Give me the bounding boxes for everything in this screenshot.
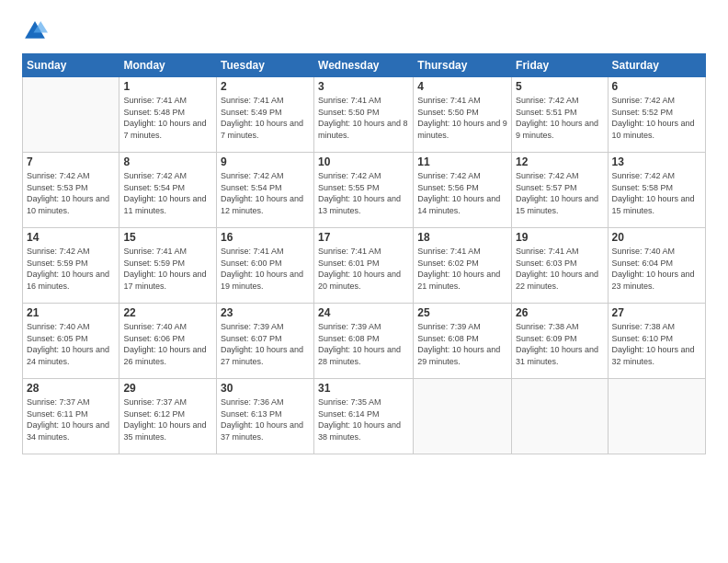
day-info: Sunrise: 7:37 AMSunset: 6:11 PMDaylight:… [27, 396, 115, 442]
day-info: Sunrise: 7:40 AMSunset: 6:06 PMDaylight:… [123, 321, 212, 367]
day-cell [512, 379, 608, 454]
day-cell: 23Sunrise: 7:39 AMSunset: 6:07 PMDayligh… [217, 304, 314, 379]
day-cell: 17Sunrise: 7:41 AMSunset: 6:01 PMDayligh… [314, 228, 414, 304]
day-cell: 15Sunrise: 7:41 AMSunset: 5:59 PMDayligh… [119, 228, 217, 304]
day-cell: 19Sunrise: 7:41 AMSunset: 6:03 PMDayligh… [512, 228, 608, 304]
day-number: 29 [123, 382, 212, 395]
day-number: 12 [516, 155, 603, 168]
day-number: 11 [417, 155, 507, 168]
day-number: 30 [221, 382, 310, 395]
day-number: 21 [27, 306, 115, 319]
day-info: Sunrise: 7:35 AMSunset: 6:14 PMDaylight:… [318, 396, 409, 442]
day-number: 17 [318, 231, 409, 244]
day-info: Sunrise: 7:42 AMSunset: 5:56 PMDaylight:… [417, 170, 507, 216]
day-cell: 6Sunrise: 7:42 AMSunset: 5:52 PMDaylight… [608, 77, 705, 153]
day-info: Sunrise: 7:41 AMSunset: 6:02 PMDaylight:… [417, 246, 507, 292]
day-number: 26 [516, 306, 603, 319]
week-row-3: 21Sunrise: 7:40 AMSunset: 6:05 PMDayligh… [23, 304, 706, 379]
day-info: Sunrise: 7:38 AMSunset: 6:10 PMDaylight:… [612, 321, 701, 367]
header [22, 18, 706, 44]
day-cell: 11Sunrise: 7:42 AMSunset: 5:56 PMDayligh… [414, 153, 512, 228]
day-number: 24 [318, 306, 409, 319]
day-cell: 22Sunrise: 7:40 AMSunset: 6:06 PMDayligh… [119, 304, 217, 379]
day-cell [414, 379, 512, 454]
day-info: Sunrise: 7:41 AMSunset: 6:00 PMDaylight:… [221, 246, 310, 292]
day-cell: 16Sunrise: 7:41 AMSunset: 6:00 PMDayligh… [217, 228, 314, 304]
day-number: 7 [27, 155, 115, 168]
day-info: Sunrise: 7:41 AMSunset: 5:48 PMDaylight:… [123, 95, 212, 141]
week-row-0: 1Sunrise: 7:41 AMSunset: 5:48 PMDaylight… [23, 77, 706, 153]
day-info: Sunrise: 7:42 AMSunset: 5:58 PMDaylight:… [612, 170, 701, 216]
day-info: Sunrise: 7:40 AMSunset: 6:04 PMDaylight:… [612, 246, 701, 292]
day-cell [608, 379, 705, 454]
day-cell: 28Sunrise: 7:37 AMSunset: 6:11 PMDayligh… [23, 379, 119, 454]
day-info: Sunrise: 7:40 AMSunset: 6:05 PMDaylight:… [27, 321, 115, 367]
day-cell: 13Sunrise: 7:42 AMSunset: 5:58 PMDayligh… [608, 153, 705, 228]
header-row: SundayMondayTuesdayWednesdayThursdayFrid… [23, 54, 706, 77]
day-cell: 27Sunrise: 7:38 AMSunset: 6:10 PMDayligh… [608, 304, 705, 379]
day-number: 19 [516, 231, 603, 244]
day-number: 6 [612, 80, 701, 93]
day-info: Sunrise: 7:42 AMSunset: 5:57 PMDaylight:… [516, 170, 603, 216]
day-info: Sunrise: 7:42 AMSunset: 5:51 PMDaylight:… [516, 95, 603, 141]
day-cell: 4Sunrise: 7:41 AMSunset: 5:50 PMDaylight… [414, 77, 512, 153]
day-info: Sunrise: 7:42 AMSunset: 5:53 PMDaylight:… [27, 170, 115, 216]
day-number: 31 [318, 382, 409, 395]
day-info: Sunrise: 7:39 AMSunset: 6:08 PMDaylight:… [417, 321, 507, 367]
logo-icon [22, 18, 48, 44]
day-cell: 10Sunrise: 7:42 AMSunset: 5:55 PMDayligh… [314, 153, 414, 228]
day-number: 5 [516, 80, 603, 93]
week-row-1: 7Sunrise: 7:42 AMSunset: 5:53 PMDaylight… [23, 153, 706, 228]
day-cell: 31Sunrise: 7:35 AMSunset: 6:14 PMDayligh… [314, 379, 414, 454]
day-cell: 20Sunrise: 7:40 AMSunset: 6:04 PMDayligh… [608, 228, 705, 304]
day-info: Sunrise: 7:39 AMSunset: 6:07 PMDaylight:… [221, 321, 310, 367]
day-number: 18 [417, 231, 507, 244]
day-cell: 8Sunrise: 7:42 AMSunset: 5:54 PMDaylight… [119, 153, 217, 228]
day-info: Sunrise: 7:42 AMSunset: 5:54 PMDaylight:… [123, 170, 212, 216]
day-info: Sunrise: 7:41 AMSunset: 5:50 PMDaylight:… [417, 95, 507, 141]
day-cell: 26Sunrise: 7:38 AMSunset: 6:09 PMDayligh… [512, 304, 608, 379]
day-cell: 3Sunrise: 7:41 AMSunset: 5:50 PMDaylight… [314, 77, 414, 153]
day-info: Sunrise: 7:42 AMSunset: 5:54 PMDaylight:… [221, 170, 310, 216]
day-info: Sunrise: 7:38 AMSunset: 6:09 PMDaylight:… [516, 321, 603, 367]
day-number: 14 [27, 231, 115, 244]
header-tuesday: Tuesday [217, 54, 314, 77]
header-wednesday: Wednesday [314, 54, 414, 77]
day-number: 23 [221, 306, 310, 319]
day-info: Sunrise: 7:37 AMSunset: 6:12 PMDaylight:… [123, 396, 212, 442]
day-cell: 21Sunrise: 7:40 AMSunset: 6:05 PMDayligh… [23, 304, 119, 379]
week-row-4: 28Sunrise: 7:37 AMSunset: 6:11 PMDayligh… [23, 379, 706, 454]
header-sunday: Sunday [23, 54, 119, 77]
day-number: 13 [612, 155, 701, 168]
day-number: 8 [123, 155, 212, 168]
day-cell: 14Sunrise: 7:42 AMSunset: 5:59 PMDayligh… [23, 228, 119, 304]
day-info: Sunrise: 7:41 AMSunset: 6:01 PMDaylight:… [318, 246, 409, 292]
day-cell: 30Sunrise: 7:36 AMSunset: 6:13 PMDayligh… [217, 379, 314, 454]
day-number: 27 [612, 306, 701, 319]
day-number: 4 [417, 80, 507, 93]
header-saturday: Saturday [608, 54, 705, 77]
day-cell: 18Sunrise: 7:41 AMSunset: 6:02 PMDayligh… [414, 228, 512, 304]
day-info: Sunrise: 7:39 AMSunset: 6:08 PMDaylight:… [318, 321, 409, 367]
day-number: 1 [123, 80, 212, 93]
day-cell: 29Sunrise: 7:37 AMSunset: 6:12 PMDayligh… [119, 379, 217, 454]
day-cell [23, 77, 119, 153]
day-info: Sunrise: 7:41 AMSunset: 5:49 PMDaylight:… [221, 95, 310, 141]
day-number: 9 [221, 155, 310, 168]
day-info: Sunrise: 7:41 AMSunset: 5:50 PMDaylight:… [318, 95, 409, 141]
calendar-table: SundayMondayTuesdayWednesdayThursdayFrid… [22, 53, 706, 454]
day-cell: 12Sunrise: 7:42 AMSunset: 5:57 PMDayligh… [512, 153, 608, 228]
logo [22, 18, 51, 44]
day-cell: 1Sunrise: 7:41 AMSunset: 5:48 PMDaylight… [119, 77, 217, 153]
week-row-2: 14Sunrise: 7:42 AMSunset: 5:59 PMDayligh… [23, 228, 706, 304]
day-number: 25 [417, 306, 507, 319]
day-number: 2 [221, 80, 310, 93]
day-info: Sunrise: 7:42 AMSunset: 5:52 PMDaylight:… [612, 95, 701, 141]
day-number: 20 [612, 231, 701, 244]
day-info: Sunrise: 7:42 AMSunset: 5:55 PMDaylight:… [318, 170, 409, 216]
header-monday: Monday [119, 54, 217, 77]
day-info: Sunrise: 7:41 AMSunset: 6:03 PMDaylight:… [516, 246, 603, 292]
day-number: 10 [318, 155, 409, 168]
day-number: 28 [27, 382, 115, 395]
day-cell: 2Sunrise: 7:41 AMSunset: 5:49 PMDaylight… [217, 77, 314, 153]
